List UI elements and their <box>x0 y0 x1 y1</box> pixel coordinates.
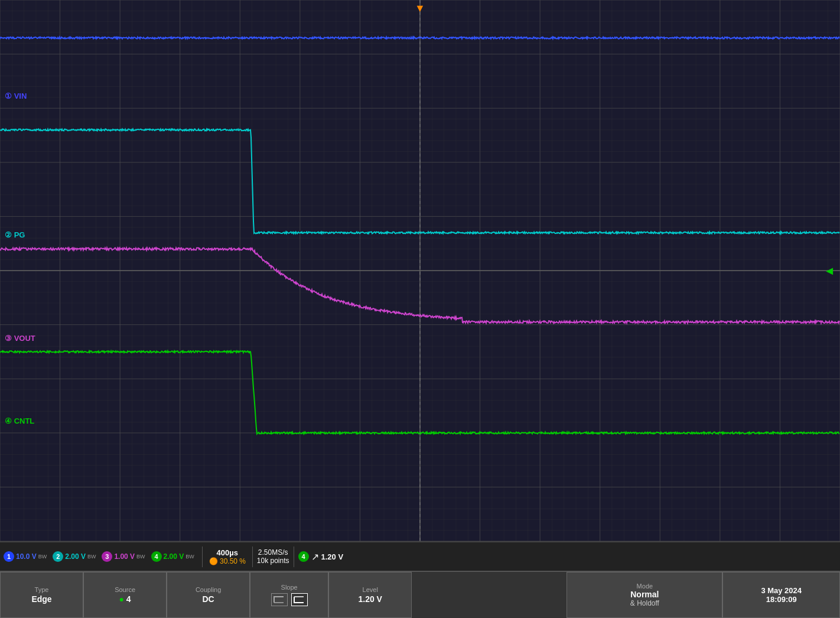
control-bar: Type Edge Source ● 4 Coupling DC Slope <box>0 571 840 618</box>
type-button[interactable]: Type Edge <box>0 572 83 618</box>
slope-icons <box>271 593 308 606</box>
slope-button[interactable]: Slope <box>250 572 328 618</box>
separator-3 <box>294 547 294 567</box>
level-value: 1.20 V <box>358 594 382 604</box>
ch4-bw: BW <box>185 554 194 560</box>
trig-slope-icon: ↗ <box>311 551 319 562</box>
trig-ch-circle: 4 <box>298 551 309 562</box>
coupling-value: DC <box>203 594 214 604</box>
oscilloscope: ▼ ◄ ① VIN ② PG ③ VOUT ④ CNTL 1 10.0 V BW… <box>0 0 840 618</box>
ch2-bw: BW <box>87 554 96 560</box>
screen-area: ▼ ◄ ① VIN ② PG ③ VOUT ④ CNTL <box>0 0 840 541</box>
ch1-circle: 1 <box>4 551 14 562</box>
date-value: 3 May 2024 <box>761 586 802 595</box>
timebase-value: 400µs <box>217 548 238 557</box>
ch2-voltage: 2.00 V <box>65 552 86 561</box>
slope-label: Slope <box>281 584 298 591</box>
separator-1 <box>202 547 203 567</box>
datetime-section: 3 May 2024 18:09:09 <box>722 572 840 618</box>
ch3-label: ③ VOUT <box>5 334 35 343</box>
trigger-pct: 🟠 30.50 % <box>209 557 246 565</box>
mode-extra: & Holdoff <box>630 599 659 607</box>
slope-falling-icon[interactable] <box>291 593 308 606</box>
source-value: ● 4 <box>119 594 131 604</box>
type-label: Type <box>35 586 49 593</box>
right-arrow-indicator: ◄ <box>823 264 835 278</box>
ch3-info: 3 1.00 V BW <box>102 551 148 562</box>
acquisition-section: 2.50MS/s 10k points <box>257 548 289 565</box>
trig-level-value: 1.20 V <box>321 552 344 561</box>
status-bar: 1 10.0 V BW 2 2.00 V BW 3 1.00 V BW 4 2.… <box>0 541 840 571</box>
ch4-voltage: 2.00 V <box>164 552 184 561</box>
level-label: Level <box>363 586 378 593</box>
ch2-info: 2 2.00 V BW <box>53 551 99 562</box>
points: 10k points <box>257 557 289 565</box>
ch1-bw: BW <box>38 554 47 560</box>
ch3-circle: 3 <box>102 551 112 562</box>
source-label: Source <box>115 586 135 593</box>
coupling-label: Coupling <box>196 586 221 593</box>
timebase-section: 400µs 🟠 30.50 % <box>207 548 248 565</box>
spacer <box>412 572 566 618</box>
sample-rate: 2.50MS/s <box>258 548 288 557</box>
ch4-label: ④ CNTL <box>5 417 34 425</box>
ch1-info: 1 10.0 V BW <box>4 551 50 562</box>
mode-label: Mode <box>637 583 653 590</box>
ch1-voltage: 10.0 V <box>16 552 37 561</box>
trigger-marker: ▼ <box>415 2 425 15</box>
level-button[interactable]: Level 1.20 V <box>328 572 412 618</box>
mode-button[interactable]: Mode Normal & Holdoff <box>566 572 722 618</box>
trigger-section: 4 ↗ 1.20 V <box>298 551 344 562</box>
ch2-circle: 2 <box>53 551 63 562</box>
ch4-circle: 4 <box>151 551 162 562</box>
type-value: Edge <box>31 594 51 604</box>
ch1-label: ① VIN <box>5 92 27 100</box>
slope-rising-icon[interactable] <box>271 593 288 606</box>
source-button[interactable]: Source ● 4 <box>83 572 167 618</box>
coupling-button[interactable]: Coupling DC <box>167 572 250 618</box>
waveform-canvas <box>0 0 840 541</box>
ch3-voltage: 1.00 V <box>114 552 135 561</box>
mode-value: Normal <box>630 590 659 599</box>
time-value: 18:09:09 <box>766 595 797 604</box>
ch3-bw: BW <box>136 554 145 560</box>
ch4-info: 4 2.00 V BW <box>151 551 198 562</box>
separator-2 <box>252 547 253 567</box>
ch2-label: ② PG <box>5 230 25 239</box>
